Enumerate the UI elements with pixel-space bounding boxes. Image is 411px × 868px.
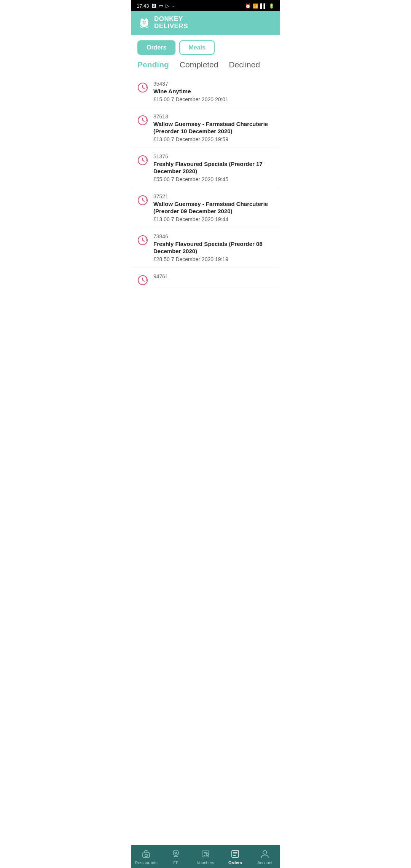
orders-tab-button[interactable]: Orders bbox=[137, 40, 175, 55]
order-meta: £28.50 7 December 2020 19:19 bbox=[153, 256, 274, 262]
status-tabs: Pending Completed Declined bbox=[131, 59, 280, 75]
meals-tab-button[interactable]: Meals bbox=[179, 40, 214, 55]
wifi-icon: 📶 bbox=[253, 3, 258, 9]
order-meta: £55.00 7 December 2020 19:45 bbox=[153, 176, 274, 182]
order-name: Wallow Guernsey - Farmstead Charcuterie … bbox=[153, 200, 274, 215]
order-meta: £13.00 7 December 2020 19:44 bbox=[153, 216, 274, 222]
tab-buttons: Orders Meals bbox=[131, 35, 280, 59]
order-details: 87613 Wallow Guernsey - Farmstead Charcu… bbox=[153, 113, 274, 142]
order-item[interactable]: 37521 Wallow Guernsey - Farmstead Charcu… bbox=[131, 188, 280, 228]
order-item[interactable]: 87613 Wallow Guernsey - Farmstead Charcu… bbox=[131, 108, 280, 148]
media-icon: ▷ bbox=[166, 3, 169, 9]
order-name: Freshly Flavoured Specials (Preorder 08 … bbox=[153, 240, 274, 255]
svg-point-4 bbox=[145, 21, 146, 22]
logo-text: DONKEYDELIVERS bbox=[154, 16, 188, 30]
pending-icon bbox=[137, 155, 148, 167]
order-id: 51376 bbox=[153, 153, 274, 160]
svg-point-3 bbox=[143, 21, 144, 22]
more-icon: ··· bbox=[172, 3, 176, 9]
svg-point-5 bbox=[143, 22, 145, 24]
order-list: 95437 Wine Anytime £15.00 7 December 202… bbox=[131, 75, 280, 288]
order-meta: £13.00 7 December 2020 19:59 bbox=[153, 136, 274, 142]
pending-tab[interactable]: Pending bbox=[137, 60, 169, 71]
app-header: DONKEYDELIVERS bbox=[131, 11, 280, 35]
pending-icon bbox=[137, 115, 148, 127]
order-details: 73846 Freshly Flavoured Specials (Preord… bbox=[153, 233, 274, 262]
order-id: 87613 bbox=[153, 113, 274, 120]
order-id: 95437 bbox=[153, 81, 274, 87]
photo-icon: 🖼 bbox=[151, 3, 156, 9]
status-right: ⏰ 📶 ▌▌ 🔋 bbox=[245, 3, 274, 9]
pending-icon bbox=[137, 235, 148, 247]
order-name: Wallow Guernsey - Farmstead Charcuterie … bbox=[153, 120, 274, 135]
completed-tab[interactable]: Completed bbox=[180, 60, 218, 71]
order-meta: £15.00 7 December 2020 20:01 bbox=[153, 96, 274, 102]
order-item[interactable]: 94761 bbox=[131, 268, 280, 288]
donkey-logo-icon bbox=[137, 16, 151, 30]
order-item[interactable]: 95437 Wine Anytime £15.00 7 December 202… bbox=[131, 75, 280, 108]
battery-icon: 🔋 bbox=[269, 3, 274, 9]
status-bar: 17:43 🖼 ▭ ▷ ··· ⏰ 📶 ▌▌ 🔋 bbox=[131, 0, 280, 11]
laptop-icon: ▭ bbox=[159, 3, 163, 9]
pending-icon bbox=[137, 275, 148, 287]
declined-tab[interactable]: Declined bbox=[229, 60, 260, 71]
order-item[interactable]: 51376 Freshly Flavoured Specials (Preord… bbox=[131, 148, 280, 188]
order-details: 95437 Wine Anytime £15.00 7 December 202… bbox=[153, 81, 274, 102]
order-name: Wine Anytime bbox=[153, 88, 274, 95]
order-id: 94761 bbox=[153, 273, 274, 279]
logo: DONKEYDELIVERS bbox=[137, 16, 274, 30]
status-left: 17:43 🖼 ▭ ▷ ··· bbox=[137, 3, 175, 9]
alarm-icon: ⏰ bbox=[245, 3, 251, 9]
status-time: 17:43 bbox=[137, 3, 149, 9]
order-details: 51376 Freshly Flavoured Specials (Preord… bbox=[153, 153, 274, 182]
pending-icon bbox=[137, 82, 148, 94]
signal-icon: ▌▌ bbox=[260, 3, 267, 9]
order-id: 37521 bbox=[153, 193, 274, 199]
order-name: Freshly Flavoured Specials (Preorder 17 … bbox=[153, 160, 274, 175]
order-id: 73846 bbox=[153, 233, 274, 239]
pending-icon bbox=[137, 195, 148, 207]
order-details: 37521 Wallow Guernsey - Farmstead Charcu… bbox=[153, 193, 274, 222]
order-details: 94761 bbox=[153, 273, 274, 280]
order-item[interactable]: 73846 Freshly Flavoured Specials (Preord… bbox=[131, 228, 280, 268]
